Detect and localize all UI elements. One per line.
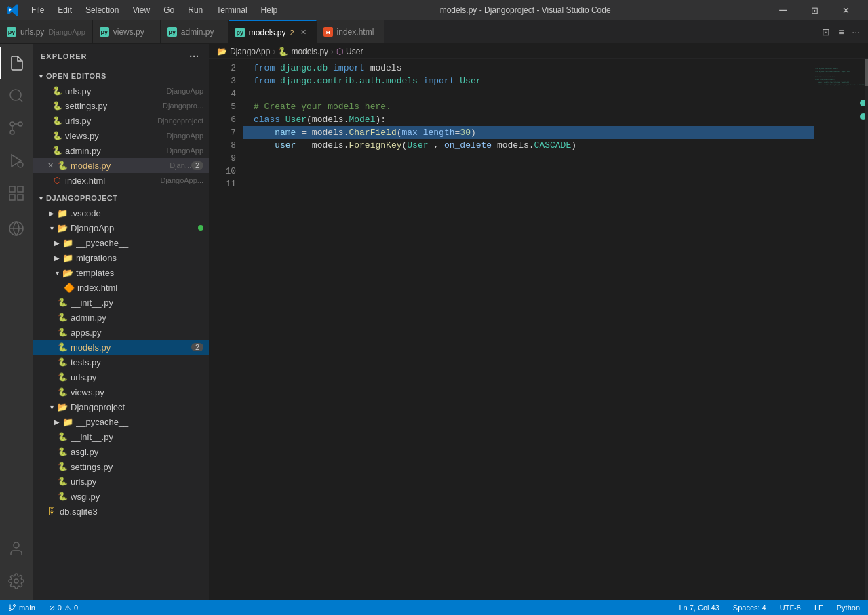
menu-edit[interactable]: Edit [52,4,77,16]
folder-crumb-icon: 📂 [217,47,227,56]
tab-close-models[interactable]: ✕ [298,27,309,38]
class-model: Model [349,113,375,126]
activity-remote[interactable] [0,212,33,245]
tab-actions[interactable]: ⊡ ≡ ··· [814,20,868,43]
minimap-scrollbar-thumb[interactable] [865,59,868,86]
open-editor-admin[interactable]: 🐍 admin.py DjangoApp [33,143,209,158]
file-init-py[interactable]: 🐍 __init__.py [33,295,209,310]
file-urls-py-djangoproject[interactable]: 🐍 urls.py [33,474,209,489]
file-wsgi-py[interactable]: 🐍 wsgi.py [33,489,209,504]
open-editor-views[interactable]: 🐍 views.py DjangoApp [33,128,209,143]
sidebar-tree: ▾ OPEN EDITORS 🐍 urls.py DjangoApp 🐍 set… [33,68,209,600]
menu-run[interactable]: Run [182,4,208,16]
file-urls-py-djangoapp[interactable]: 🐍 urls.py [33,370,209,384]
status-line-ending[interactable]: LF [812,603,826,612]
activity-account[interactable] [0,532,33,565]
file-label-init2: __init__.py [71,432,203,442]
file-label-apps: apps.py [71,328,203,338]
activity-settings[interactable] [0,565,33,597]
tab-urls-djangoapp[interactable]: py urls.py DjangoApp [0,20,93,43]
breadcrumb-user-label: User [346,47,363,56]
file-apps-py[interactable]: 🐍 apps.py [33,325,209,340]
more-tabs-icon[interactable]: ≡ [835,25,846,39]
tab-models[interactable]: py models.py 2 ✕ [229,20,317,43]
paren-open2: ( [397,126,402,139]
maximize-button[interactable]: ⊡ [799,0,830,20]
py-icon: py [7,27,16,37]
new-file-icon[interactable]: ··· [188,49,201,63]
activity-extensions[interactable] [0,177,33,210]
activity-explorer[interactable] [0,47,33,79]
file-init-py-djangoproject[interactable]: 🐍 __init__.py [33,429,209,444]
status-branch[interactable]: main [5,603,38,612]
split-editor-icon[interactable]: ⊡ [819,25,833,39]
chevron-right-icon: ▶ [52,252,62,263]
status-errors[interactable]: ⊘ 0 ⚠ 0 [46,603,81,612]
folder-pycache-1[interactable]: ▶ 📁 __pycache__ [33,235,209,250]
menu-file[interactable]: File [26,4,50,16]
file-badge-models: 2 [191,343,203,351]
tab-more-icon[interactable]: ··· [849,25,863,39]
file-db-sqlite3[interactable]: 🗄 db.sqlite3 [33,504,209,519]
activity-source-control[interactable] [0,112,33,144]
status-encoding[interactable]: UTF-8 [777,603,804,612]
menu-go[interactable]: Go [158,4,180,16]
menu-view[interactable]: View [127,4,155,16]
sidebar: EXPLORER ··· ▾ OPEN EDITORS 🐍 urls.py Dj… [33,44,209,600]
folder-djangoproject[interactable]: ▾ 📂 Djangoproject [33,399,209,414]
indent-8 [254,139,275,152]
keyword-from2: from [254,75,280,87]
breadcrumb-djangoapp[interactable]: 📂 DjangoApp [217,47,270,56]
open-editor-models[interactable]: ✕ 🐍 models.py Djan... 2 [33,158,209,173]
encoding-label: UTF-8 [780,603,801,612]
svg-point-8 [18,162,23,167]
menu-selection[interactable]: Selection [80,4,124,16]
open-editor-index[interactable]: ⬡ index.html DjangoApp... [33,173,209,188]
folder-templates[interactable]: ▾ 📂 templates [33,265,209,280]
tab-index-html[interactable]: H index.html [317,20,384,43]
folder-djangoapp[interactable]: ▾ 📂 DjangoApp [33,220,209,235]
file-views-py-djangoapp[interactable]: 🐍 views.py [33,384,209,399]
djangoproject-section[interactable]: ▾ DJANGOPROJECT [33,191,209,205]
folder-vscode[interactable]: ▶ 📁 .vscode [33,205,209,220]
tab-admin[interactable]: py admin.py [161,20,229,43]
close-button[interactable]: ✕ [830,0,861,20]
minimize-button[interactable]: ─ [768,0,799,20]
status-spaces[interactable]: Spaces: 4 [730,603,769,612]
sidebar-header-actions[interactable]: ··· [188,49,201,63]
open-editor-urls-djangoproject[interactable]: 🐍 urls.py Djangoproject [33,113,209,128]
open-editor-settings[interactable]: 🐍 settings.py Djangopro... [33,98,209,113]
breadcrumb-user[interactable]: ⬡ User [336,47,363,56]
code-editor[interactable]: from django.db import models from django… [243,59,814,600]
file-tests-py[interactable]: 🐍 tests.py [33,355,209,370]
name-models: models [370,62,402,75]
breadcrumb-models[interactable]: 🐍 models.py [278,47,328,56]
open-editor-urls-djangoapp[interactable]: 🐍 urls.py DjangoApp [33,83,209,98]
activity-run-debug[interactable] [0,144,33,177]
file-label-wsgi: wsgi.py [71,492,203,502]
open-editors-section[interactable]: ▾ OPEN EDITORS [33,68,209,83]
vscode-logo-icon [7,3,20,17]
status-cursor[interactable]: Ln 7, Col 43 [676,603,722,612]
file-models-py[interactable]: 🐍 models.py 2 [33,340,209,355]
close-icon[interactable]: ✕ [45,160,56,171]
window-controls[interactable]: ─ ⊡ ✕ [768,0,861,20]
folder-pycache-2[interactable]: ▶ 📁 __pycache__ [33,414,209,429]
status-language[interactable]: Python [834,603,863,612]
paren-close2: ) [471,126,476,139]
file-admin-py[interactable]: 🐍 admin.py [33,310,209,325]
folder-migrations[interactable]: ▶ 📁 migrations [33,250,209,265]
tab-views[interactable]: py views.py [93,20,161,43]
menu-terminal[interactable]: Terminal [211,4,252,16]
menu-help[interactable]: Help [256,4,283,16]
file-asgi-py[interactable]: 🐍 asgi.py [33,444,209,459]
title-bar-menu[interactable]: File Edit Selection View Go Run Terminal… [26,4,283,16]
modified-dot [198,225,203,231]
file-index-html-templates[interactable]: 🔶 index.html [33,280,209,295]
models-ref: models [312,113,344,126]
activity-search[interactable] [0,79,33,112]
py-icon: 🐍 [52,145,62,156]
warning-count: 0 [74,603,78,612]
file-settings-py[interactable]: 🐍 settings.py [33,459,209,474]
tab-label-admin: admin.py [181,27,214,37]
